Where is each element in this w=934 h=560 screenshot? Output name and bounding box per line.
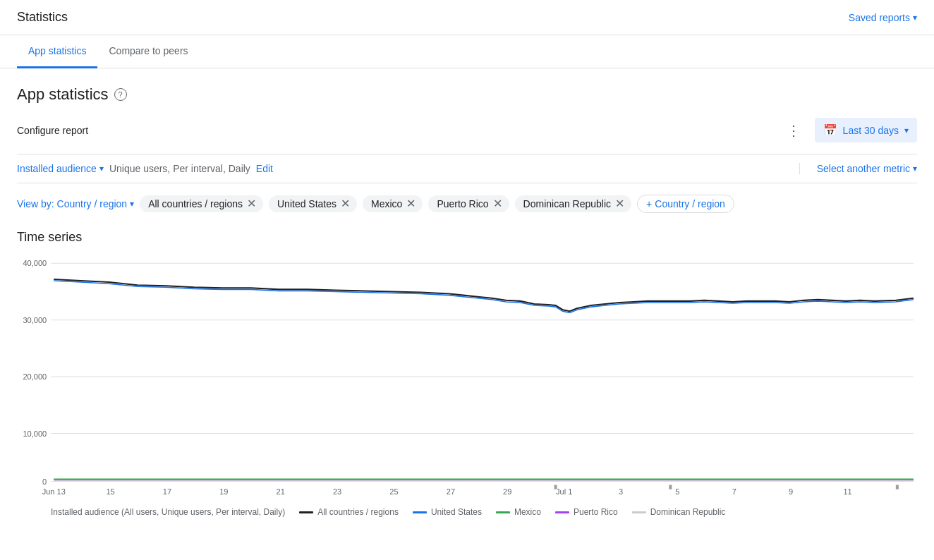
legend-line-icon — [496, 511, 510, 513]
chart-legend: Installed audience (All users, Unique us… — [17, 501, 917, 525]
svg-text:10,000: 10,000 — [23, 429, 47, 437]
svg-text:Jul 1: Jul 1 — [556, 487, 572, 496]
chip-close-button[interactable]: ✕ — [406, 198, 416, 209]
legend-description: Installed audience (All users, Unique us… — [51, 507, 285, 517]
chip-all-countries: All countries / regions ✕ — [140, 195, 263, 212]
svg-text:27: 27 — [447, 487, 455, 496]
calendar-icon: 📅 — [823, 123, 837, 137]
svg-text:5: 5 — [675, 487, 679, 496]
legend-line-icon — [413, 511, 427, 513]
svg-text:40,000: 40,000 — [23, 259, 47, 267]
add-filter-button[interactable]: + Country / region — [637, 195, 734, 213]
legend-label: All countries / regions — [317, 507, 399, 517]
installed-audience-button[interactable]: Installed audience ▾ — [17, 163, 104, 174]
chip-label: Dominican Republic — [523, 198, 612, 209]
svg-text:19: 19 — [219, 487, 228, 496]
metric-description: Unique users, Per interval, Daily — [109, 163, 250, 174]
svg-text:30,000: 30,000 — [23, 316, 47, 324]
date-range-button[interactable]: 📅 Last 30 days ▾ — [815, 118, 917, 142]
legend-item-all-countries: All countries / regions — [299, 507, 399, 517]
legend-line-icon — [555, 511, 569, 513]
svg-text:11: 11 — [843, 487, 851, 496]
chip-puerto-rico: Puerto Rico ✕ — [428, 195, 509, 212]
saved-reports-label: Saved reports — [849, 12, 910, 23]
chip-close-button[interactable]: ✕ — [247, 198, 256, 209]
time-series-chart: 40,000 30,000 20,000 10,000 0 Jun 13 15 … — [17, 256, 917, 496]
time-series-title: Time series — [17, 230, 917, 245]
legend-label: Dominican Republic — [650, 507, 726, 517]
more-icon: ⋮ — [787, 122, 801, 139]
select-metric-button[interactable]: Select another metric ▾ — [817, 163, 917, 174]
legend-line-icon — [632, 511, 646, 513]
chip-close-button[interactable]: ✕ — [493, 198, 502, 209]
svg-rect-26 — [669, 485, 672, 489]
chip-label: All countries / regions — [148, 198, 243, 209]
chevron-down-icon: ▾ — [913, 13, 917, 23]
svg-text:0: 0 — [42, 477, 47, 485]
chip-united-states: United States ✕ — [269, 195, 357, 212]
chip-close-button[interactable]: ✕ — [341, 198, 350, 209]
date-range-label: Last 30 days — [843, 125, 899, 136]
tab-compare-to-peers[interactable]: Compare to peers — [97, 35, 199, 68]
view-by-label: View by: Country / region — [17, 198, 127, 209]
saved-reports-button[interactable]: Saved reports ▾ — [849, 12, 917, 23]
legend-label: United States — [431, 507, 482, 517]
svg-text:3: 3 — [619, 487, 623, 496]
page-title: App statistics — [17, 85, 109, 104]
legend-item-united-states: United States — [413, 507, 482, 517]
tabs-bar: App statistics Compare to peers — [0, 35, 934, 68]
plus-icon: + — [646, 198, 652, 209]
chevron-down-icon: ▾ — [99, 164, 104, 174]
svg-text:20,000: 20,000 — [23, 372, 47, 381]
chip-label: United States — [277, 198, 336, 209]
chevron-down-icon: ▾ — [130, 199, 134, 209]
svg-text:17: 17 — [163, 487, 171, 496]
select-metric-label: Select another metric — [817, 163, 910, 174]
svg-text:Jun 13: Jun 13 — [42, 487, 66, 496]
svg-text:7: 7 — [732, 487, 736, 496]
legend-item-dominican-republic: Dominican Republic — [632, 507, 726, 517]
svg-text:29: 29 — [503, 487, 511, 496]
svg-text:21: 21 — [277, 487, 285, 496]
installed-audience-label: Installed audience — [17, 163, 97, 174]
tab-app-statistics[interactable]: App statistics — [17, 35, 97, 68]
add-filter-label: Country / region — [655, 198, 725, 209]
chip-label: Puerto Rico — [437, 198, 488, 209]
chip-label: Mexico — [371, 198, 402, 209]
edit-metric-button[interactable]: Edit — [256, 163, 273, 174]
configure-report-label: Configure report — [17, 125, 88, 136]
filter-row: View by: Country / region ▾ All countrie… — [17, 195, 917, 213]
legend-label: Mexico — [514, 507, 541, 517]
svg-text:23: 23 — [333, 487, 341, 496]
chart-svg: 40,000 30,000 20,000 10,000 0 Jun 13 15 … — [17, 256, 917, 496]
legend-label: Puerto Rico — [574, 507, 618, 517]
svg-text:15: 15 — [106, 487, 114, 496]
more-options-button[interactable]: ⋮ — [781, 119, 806, 142]
chip-close-button[interactable]: ✕ — [615, 198, 624, 209]
svg-text:25: 25 — [389, 487, 398, 496]
help-icon[interactable]: ? — [114, 88, 127, 101]
legend-item-mexico: Mexico — [496, 507, 541, 517]
svg-rect-27 — [896, 485, 899, 489]
chip-mexico: Mexico ✕ — [363, 195, 423, 212]
chip-dominican-republic: Dominican Republic ✕ — [515, 195, 632, 212]
svg-rect-25 — [554, 485, 557, 489]
legend-line-icon — [299, 511, 313, 513]
svg-text:9: 9 — [789, 487, 793, 496]
chevron-down-icon: ▾ — [913, 164, 917, 174]
view-by-button[interactable]: View by: Country / region ▾ — [17, 198, 134, 209]
page-header-title: Statistics — [17, 10, 68, 25]
legend-item-puerto-rico: Puerto Rico — [555, 507, 618, 517]
chevron-down-icon: ▾ — [904, 126, 909, 135]
